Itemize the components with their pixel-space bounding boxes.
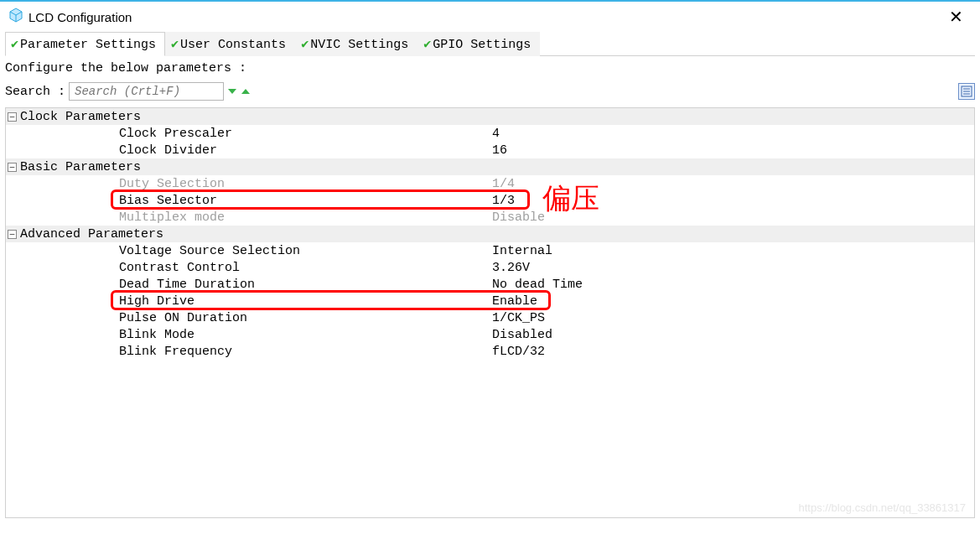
param-value: Internal — [492, 244, 552, 258]
tab-user-constants[interactable]: ✔User Constants — [165, 32, 295, 56]
tab-parameter-settings[interactable]: ✔Parameter Settings — [5, 32, 165, 56]
tab-gpio-settings[interactable]: ✔GPIO Settings — [417, 32, 540, 56]
group-header-clock[interactable]: − Clock Parameters — [6, 108, 974, 125]
group-label: Basic Parameters — [20, 160, 141, 174]
param-label: Multiplex mode — [6, 210, 492, 225]
app-icon — [8, 8, 23, 27]
param-pulse-on[interactable]: Pulse ON Duration 1/CK_PS — [6, 309, 974, 326]
search-prev-button[interactable] — [241, 86, 251, 96]
group-label: Advanced Parameters — [20, 227, 163, 241]
param-clock-prescaler[interactable]: Clock Prescaler 4 — [6, 125, 974, 142]
group-header-basic[interactable]: − Basic Parameters — [6, 158, 974, 175]
param-value: Disable — [492, 210, 545, 225]
param-label: Blink Frequency — [6, 345, 492, 359]
param-label: Dead Time Duration — [6, 278, 492, 292]
param-label: Pulse ON Duration — [6, 311, 492, 325]
param-blink-frequency[interactable]: Blink Frequency fLCD/32 — [6, 343, 974, 360]
param-label: High Drive — [6, 294, 492, 309]
param-label: Duty Selection — [6, 177, 492, 191]
window-title: LCD Configuration — [29, 10, 941, 24]
param-clock-divider[interactable]: Clock Divider 16 — [6, 142, 974, 158]
param-value: Enable — [492, 294, 537, 309]
param-value: Disabled — [492, 328, 552, 342]
group-header-advanced[interactable]: − Advanced Parameters — [6, 226, 974, 242]
param-bias-selector[interactable]: Bias Selector 1/3 — [6, 192, 974, 209]
param-high-drive[interactable]: High Drive Enable — [6, 293, 974, 309]
check-icon: ✔ — [171, 38, 179, 52]
collapse-icon[interactable]: − — [8, 112, 17, 122]
instruction-text: Configure the below parameters : — [0, 56, 980, 82]
param-value: 16 — [492, 143, 507, 158]
param-value: 1/CK_PS — [492, 311, 545, 325]
param-multiplex-mode: Multiplex mode Disable — [6, 209, 974, 226]
param-label: Clock Prescaler — [6, 127, 492, 141]
param-value: No dead Time — [492, 278, 583, 292]
tab-label: NVIC Settings — [310, 38, 408, 52]
param-label: Voltage Source Selection — [6, 244, 492, 258]
param-label: Bias Selector — [6, 194, 492, 208]
tab-label: User Constants — [180, 38, 286, 52]
watermark: https://blog.csdn.net/qq_33861317 — [799, 501, 967, 514]
svg-marker-2 — [228, 89, 236, 94]
search-row: Search : — [0, 82, 980, 107]
svg-marker-3 — [241, 89, 250, 94]
group-label: Clock Parameters — [20, 110, 141, 124]
param-value: fLCD/32 — [492, 345, 545, 359]
param-contrast-control[interactable]: Contrast Control 3.26V — [6, 259, 974, 276]
tab-bar: ✔Parameter Settings ✔User Constants ✔NVI… — [0, 32, 980, 56]
collapse-icon[interactable]: − — [8, 230, 17, 239]
close-button[interactable]: ✕ — [941, 7, 972, 27]
list-view-button[interactable] — [958, 83, 975, 100]
collapse-icon[interactable]: − — [8, 163, 17, 172]
param-label: Blink Mode — [6, 328, 492, 342]
param-duty-selection: Duty Selection 1/4 — [6, 175, 974, 192]
param-dead-time[interactable]: Dead Time Duration No dead Time — [6, 276, 974, 293]
search-next-button[interactable] — [227, 86, 237, 96]
param-label: Contrast Control — [6, 261, 492, 275]
tab-nvic-settings[interactable]: ✔NVIC Settings — [295, 32, 417, 56]
param-value: 1/4 — [492, 177, 515, 191]
param-value: 3.26V — [492, 261, 530, 275]
check-icon: ✔ — [301, 38, 309, 52]
param-voltage-source[interactable]: Voltage Source Selection Internal — [6, 242, 974, 259]
parameter-panel: − Clock Parameters Clock Prescaler 4 Clo… — [5, 107, 975, 518]
param-value: 4 — [492, 127, 500, 141]
titlebar: LCD Configuration ✕ — [0, 2, 980, 32]
check-icon: ✔ — [423, 38, 431, 52]
tab-label: Parameter Settings — [20, 38, 156, 52]
search-input[interactable] — [69, 82, 224, 101]
check-icon: ✔ — [11, 38, 18, 52]
tab-label: GPIO Settings — [433, 38, 531, 52]
param-blink-mode[interactable]: Blink Mode Disabled — [6, 326, 974, 343]
search-label: Search : — [5, 85, 65, 99]
param-value: 1/3 — [492, 194, 515, 208]
param-label: Clock Divider — [6, 143, 492, 158]
